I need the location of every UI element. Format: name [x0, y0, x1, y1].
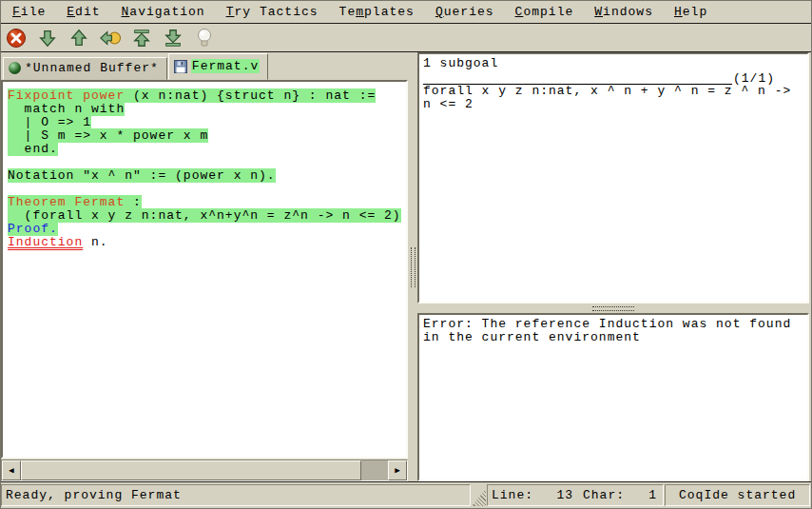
script-pane: *Unnamed Buffer* Fermat.v Fixpoint power…	[1, 52, 408, 481]
line-label: Line:	[492, 488, 533, 502]
proof-pane: 1 subgoal (1/1) forall x y z n:nat, x ^ …	[417, 52, 811, 481]
stop-icon	[6, 28, 27, 49]
code-line: Fixpoint power (x n:nat) {struct n} : na…	[8, 89, 406, 103]
error-message-line: in the current environment	[423, 331, 805, 344]
splitter-grip-icon	[592, 306, 634, 311]
code-line: (forall x y z n:nat, x^n+y^n = z^n -> n …	[8, 209, 406, 223]
goal-separator: (1/1)	[423, 70, 805, 85]
status-bar: Ready, proving Fermat Line: 13 Char: 1 C…	[1, 481, 811, 508]
menu-try-tactics[interactable]: Try Tactics	[219, 3, 326, 21]
line-value: 13	[533, 488, 573, 502]
messages-area[interactable]: Error: The reference Induction was not f…	[417, 313, 809, 481]
code-line: | O => 1	[8, 116, 406, 129]
menu-edit[interactable]: Edit	[59, 3, 107, 21]
menu-navigation[interactable]: Navigation	[114, 3, 213, 21]
menu-help[interactable]: Help	[667, 3, 715, 21]
coqide-window: FileEditNavigationTry TacticsTemplatesQu…	[0, 0, 812, 509]
app-status: CoqIde started	[665, 484, 810, 506]
horizontal-scrollbar[interactable]: ◀ ▶	[1, 460, 408, 481]
stop-button[interactable]	[5, 27, 28, 49]
hint-button[interactable]	[193, 27, 216, 49]
step-backward-arrow-icon	[68, 28, 89, 49]
main-area: *Unnamed Buffer* Fermat.v Fixpoint power…	[1, 52, 811, 481]
step-forward-button[interactable]	[36, 27, 59, 49]
step-backward-button[interactable]	[68, 27, 90, 49]
menu-queries[interactable]: Queries	[428, 3, 502, 21]
go-to-cursor-icon	[99, 28, 122, 49]
menu-bar: FileEditNavigationTry TacticsTemplatesQu…	[1, 1, 811, 24]
tab-fermat-v[interactable]: Fermat.v	[168, 53, 268, 80]
menu-file[interactable]: File	[5, 3, 53, 21]
char-label: Char:	[583, 488, 625, 502]
tab-label: *Unnamed Buffer*	[25, 61, 159, 75]
cursor-position: Line: 13 Char: 1	[487, 484, 664, 506]
code-area[interactable]: Fixpoint power (x n:nat) {struct n} : na…	[1, 80, 408, 459]
hint-lightbulb-icon	[195, 28, 214, 49]
horizontal-splitter[interactable]	[417, 303, 809, 313]
subgoal-header: 1 subgoal	[423, 57, 805, 70]
menu-compile[interactable]: Compile	[508, 3, 582, 21]
code-line	[8, 156, 406, 169]
code-line: end.	[8, 143, 406, 156]
code-line	[8, 183, 406, 196]
buffer-status-sphere-icon	[9, 62, 21, 74]
tab-unnamed-buffer[interactable]: *Unnamed Buffer*	[3, 57, 167, 80]
code-line: match n with	[8, 103, 406, 116]
scrollbar-thumb[interactable]	[21, 460, 361, 480]
goal-line: forall x y z n:nat, x ^ n + y ^ n = z ^ …	[423, 85, 805, 98]
floppy-disk-icon	[174, 60, 187, 73]
resize-grip-icon[interactable]	[472, 489, 486, 506]
go-to-end-icon	[163, 28, 184, 49]
step-forward-arrow-icon	[37, 28, 58, 49]
status-message: Ready, proving Fermat	[1, 484, 471, 506]
char-value: 1	[625, 488, 657, 502]
scroll-left-arrow-icon[interactable]: ◀	[2, 460, 21, 480]
goal-statement: forall x y z n:nat, x ^ n + y ^ n = z ^ …	[423, 85, 805, 111]
scrollbar-track[interactable]	[361, 460, 388, 480]
goal-line: n <= 2	[423, 98, 805, 111]
toolbar	[1, 24, 811, 52]
restart-button[interactable]	[130, 27, 153, 49]
goal-area[interactable]: 1 subgoal (1/1) forall x y z n:nat, x ^ …	[417, 52, 809, 303]
go-to-cursor-button[interactable]	[99, 27, 122, 49]
code-line: Theorem Fermat :	[8, 196, 406, 209]
restart-icon	[131, 28, 152, 49]
code-line: Induction n.	[8, 236, 406, 249]
scroll-right-arrow-icon[interactable]: ▶	[388, 460, 407, 480]
menu-templates[interactable]: Templates	[332, 3, 422, 21]
tab-bar: *Unnamed Buffer* Fermat.v	[1, 52, 408, 80]
code-line: | S m => x * power x m	[8, 129, 406, 143]
go-to-end-button[interactable]	[162, 27, 184, 49]
tab-label: Fermat.v	[191, 59, 260, 73]
error-message-line: Error: The reference Induction was not f…	[423, 318, 805, 331]
code-line: Notation "x ^ n" := (power x n).	[8, 169, 406, 183]
code-line: Proof.	[8, 223, 406, 236]
splitter-grip-icon	[411, 247, 416, 287]
menu-windows[interactable]: Windows	[587, 3, 661, 21]
vertical-splitter[interactable]	[408, 52, 417, 481]
